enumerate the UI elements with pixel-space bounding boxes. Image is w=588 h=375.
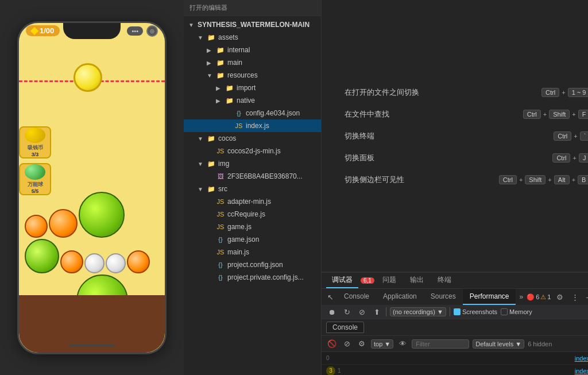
tree-src[interactable]: ▼ 📁 src <box>184 183 321 195</box>
memory-checkbox[interactable]: Memory <box>501 308 532 315</box>
tree-cocos2d[interactable]: ▶ JS cocos2d-js-min.js <box>184 145 321 157</box>
minimize-icon[interactable]: — <box>584 291 588 303</box>
eye-icon[interactable]: 👁 <box>397 338 408 350</box>
tree-main-js[interactable]: ▶ JS main.js <box>184 246 321 258</box>
context-dropdown[interactable]: top ▼ <box>371 339 393 349</box>
hidden-count[interactable]: 6 hidden <box>528 341 552 347</box>
tree-main[interactable]: ▶ 📁 main <box>184 56 321 69</box>
shortcut-desc-2: 在文件中查找 <box>345 109 389 119</box>
refresh-record-icon[interactable]: ↻ <box>341 306 353 318</box>
side-label-2: 万能球 <box>28 181 43 188</box>
dt-tab-sources[interactable]: Sources <box>424 289 463 305</box>
warn-count: 1 <box>547 293 551 300</box>
tree-root[interactable]: ▼ SYNTHESIS_WATERMELON-MAIN <box>184 18 321 31</box>
root-arrow: ▼ <box>188 22 198 28</box>
dots-button[interactable]: ••• <box>127 26 143 36</box>
resources-arrow: ▼ <box>207 72 216 79</box>
devtools-bottom: 调试器 6,1 问题 输出 终端 ✕ ↖ Console Application… <box>322 272 588 375</box>
shortcut-desc-4: 切换面板 <box>345 153 374 163</box>
tab-issues[interactable]: 问题 <box>377 273 402 288</box>
tree-ccrequire[interactable]: ▶ JS ccRequire.js <box>184 208 321 221</box>
console-filter-icon[interactable]: ⊘ <box>341 338 353 350</box>
console-row-1: 3 1 index.js:454 <box>322 365 588 375</box>
tree-project-config-label: project.config.json <box>227 261 283 269</box>
tree-project-private[interactable]: ▶ {} project.private.config.js... <box>184 271 321 284</box>
devtools-right-icons: 🔴 6 ⚠ 1 ⚙ ⋮ — ✕ <box>527 291 588 303</box>
key-b: B <box>578 175 588 184</box>
row-link-0[interactable]: index.js:454 <box>575 355 588 362</box>
fruit-white-2 <box>106 253 126 273</box>
tab-terminal[interactable]: 终端 <box>432 273 457 288</box>
row-badge-1: 3 <box>326 366 335 376</box>
tree-img[interactable]: ▼ 📁 img <box>184 157 321 170</box>
tree-assets[interactable]: ▼ 📁 assets <box>184 31 321 44</box>
tab-output[interactable]: 输出 <box>404 273 430 288</box>
shortcut-desc-3: 切换终端 <box>345 131 374 141</box>
clear-icon[interactable]: ⊘ <box>356 306 368 318</box>
side-icon-power[interactable]: 万能球 5/5 <box>19 163 51 195</box>
recordings-dropdown[interactable]: (no recordings) ▼ <box>390 307 446 316</box>
shortcut-keys-5: Ctrl + Shift + Alt + B <box>499 175 588 184</box>
console-tab[interactable]: Console <box>326 322 364 333</box>
key-backtick: ` <box>580 132 588 141</box>
tree-index-js[interactable]: ▶ JS index.js <box>184 119 321 132</box>
tree-adapter[interactable]: ▶ JS adapter-min.js <box>184 195 321 208</box>
console-section: Console 🚫 ⊘ ⚙ top ▼ 👁 Default levels ▼ 6… <box>322 319 588 375</box>
key-j: J <box>579 153 588 163</box>
tree-config-json[interactable]: ▶ {} config.4e034.json <box>184 107 321 119</box>
shortcut-toggle-panel: 切换面板 Ctrl + J <box>345 153 588 163</box>
json-icon-project: {} <box>216 260 225 269</box>
side-icon-magnet[interactable]: 吸钱币 3/3 <box>19 126 51 158</box>
console-filter-input[interactable] <box>412 339 469 349</box>
tree-assets-label: assets <box>218 33 238 41</box>
dt-tab-more[interactable]: » <box>516 291 527 303</box>
phone-status-bar: 1/00 ••• ◎ <box>19 23 165 39</box>
console-clear-icon[interactable]: 🚫 <box>326 338 338 350</box>
cursor-icon[interactable]: ↖ <box>324 293 337 301</box>
tree-src-label: src <box>218 185 227 193</box>
tree-import[interactable]: ▶ 📁 import <box>184 82 321 94</box>
record-icon[interactable]: ⏺ <box>326 306 338 318</box>
memory-label: Memory <box>509 308 532 315</box>
tree-img-file-label: 2F3E6B8A4BE936870... <box>227 172 303 180</box>
tab-debugger[interactable]: 调试器 <box>326 273 358 288</box>
row-link-1[interactable]: index.js:454 <box>575 368 588 374</box>
settings-icon[interactable]: ⚙ <box>554 291 566 303</box>
tree-resources[interactable]: ▼ 📁 resources <box>184 69 321 82</box>
console-settings-icon[interactable]: ⚙ <box>356 338 368 350</box>
tree-img-file[interactable]: ▶ 🖼 2F3E6B8A4BE936870... <box>184 170 321 183</box>
tree-game-json[interactable]: ▶ {} game.json <box>184 233 321 246</box>
screenshots-checkbox[interactable]: Screenshots <box>454 308 497 315</box>
folder-icon-resources: 📁 <box>216 71 225 80</box>
tree-native[interactable]: ▶ 📁 native <box>184 94 321 107</box>
more-options-icon[interactable]: ⋮ <box>569 291 581 303</box>
tree-cocos[interactable]: ▼ 📁 cocos <box>184 132 321 145</box>
row-num-1: 1 <box>338 368 348 374</box>
tree-internal[interactable]: ▶ 📁 internal <box>184 44 321 56</box>
internal-arrow: ▶ <box>207 47 216 53</box>
json-icon-config: {} <box>234 109 243 118</box>
tree-project-config[interactable]: ▶ {} project.config.json <box>184 258 321 271</box>
no-recordings-label: (no recordings) <box>393 308 435 315</box>
upload-icon[interactable]: ⬆ <box>371 306 382 318</box>
dt-tab-application[interactable]: Application <box>376 289 424 305</box>
context-value: top <box>374 341 382 347</box>
fruit-white-1 <box>84 253 105 273</box>
tree-game-js[interactable]: ▶ JS game.js <box>184 221 321 233</box>
src-arrow: ▼ <box>198 186 207 192</box>
magnet-circle <box>25 127 45 143</box>
devtools-panel: 在打开的文件之间切换 Ctrl + 1 ~ 9 在文件中查找 Ctrl + Sh… <box>322 0 588 375</box>
file-tree-content: ▼ SYNTHESIS_WATERMELON-MAIN ▼ 📁 assets ▶… <box>184 16 321 375</box>
key-ctrl-3: Ctrl <box>554 132 571 141</box>
levels-dropdown[interactable]: Default levels ▼ <box>473 339 524 349</box>
score-value: 1/00 <box>40 26 54 35</box>
key-f: F <box>578 110 588 119</box>
json-icon-private: {} <box>216 273 225 282</box>
power-circle <box>25 164 45 180</box>
dt-tab-console[interactable]: Console <box>337 289 376 305</box>
shortcut-toggle-sidebar: 切换侧边栏可见性 Ctrl + Shift + Alt + B <box>345 175 588 185</box>
circle-button[interactable]: ◎ <box>146 25 158 37</box>
tree-img-label: img <box>218 160 229 168</box>
toolbar-sep-1 <box>386 307 386 316</box>
dt-tab-performance[interactable]: Performance <box>463 289 516 305</box>
